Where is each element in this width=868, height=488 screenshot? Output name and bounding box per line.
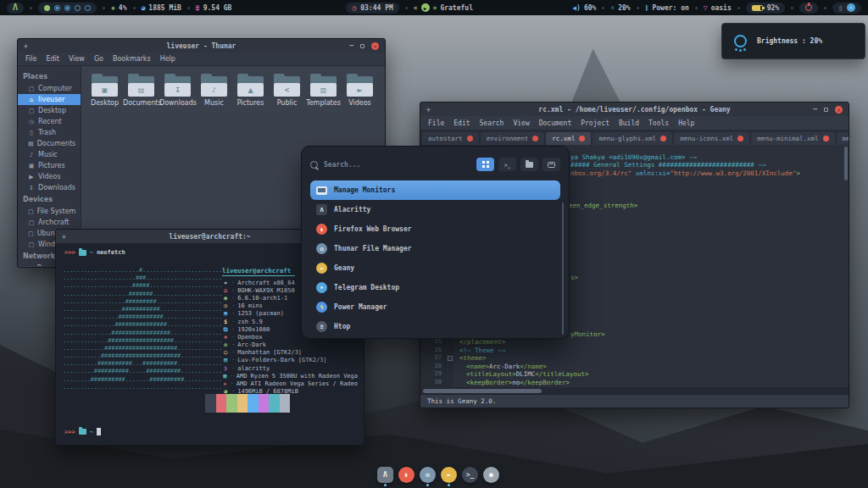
close-icon[interactable] — [660, 136, 666, 141]
media-next-icon[interactable]: » — [433, 4, 437, 12]
workspace-dot-2[interactable] — [54, 5, 60, 11]
brightness-indicator[interactable]: ☼ 20% — [610, 4, 630, 12]
media-play-icon[interactable]: ▶ — [421, 3, 430, 12]
thunar-titlebar[interactable]: + liveuser - Thunar – ✕ — [18, 39, 385, 53]
sidebar-item-filesystem[interactable]: ▢File System — [18, 206, 81, 217]
mode-run[interactable]: >_ — [498, 158, 516, 171]
sidebar-item-recent[interactable]: ◷Recent — [18, 116, 81, 127]
folder-public[interactable]: <Public — [269, 76, 305, 107]
folder-desktop[interactable]: ▣Desktop — [86, 76, 123, 107]
menu-file[interactable]: File — [424, 118, 448, 129]
sidebar-item-archcraft[interactable]: ▢Archcraft — [18, 217, 81, 228]
clipboard-icon[interactable]: ▯ — [838, 4, 843, 12]
menu-file[interactable]: File — [21, 53, 41, 64]
tab-menu-minimal[interactable]: menu-minimal.xml — [751, 132, 834, 145]
minimize-icon[interactable]: – — [349, 43, 353, 48]
power-button[interactable] — [799, 3, 818, 14]
workspace-dot-1[interactable] — [44, 5, 50, 11]
folder-templates[interactable]: ▥Templates — [305, 76, 342, 107]
dock-item-firefox[interactable]: ◗ — [398, 467, 415, 486]
list-item-power-manager[interactable]: ϟ Power Manager — [310, 297, 560, 317]
sidebar-item-videos[interactable]: ▶Videos — [18, 171, 81, 182]
tab-rc-xml[interactable]: rc.xml — [546, 132, 591, 145]
list-item-geany[interactable]: ✒ Geany — [310, 258, 560, 278]
menu-go[interactable]: Go — [90, 53, 108, 64]
fold-icon[interactable]: – — [448, 356, 453, 361]
close-icon[interactable] — [467, 136, 473, 141]
workspace-dot-4[interactable] — [75, 5, 81, 11]
launcher-button[interactable]: Λ — [7, 3, 24, 14]
maximize-icon[interactable] — [824, 108, 828, 112]
list-item-telegram[interactable]: ➤ Telegram Desktop — [310, 278, 560, 297]
tab-environment[interactable]: environment — [481, 132, 545, 145]
geany-titlebar[interactable]: + rc.xml - /home/liveuser/.config/openbo… — [420, 103, 849, 116]
mode-apps[interactable] — [476, 158, 494, 171]
close-icon[interactable] — [823, 136, 829, 141]
sidebar-item-downloads[interactable]: ↧Downloads — [18, 182, 81, 193]
workspace-dot-3[interactable] — [64, 5, 70, 11]
tab-menu-icons[interactable]: menu-icons.xml — [674, 132, 749, 145]
mode-windows[interactable] — [542, 158, 560, 171]
sidebar-item-documents[interactable]: ▤Documents — [18, 138, 81, 149]
omnipresent-icon[interactable]: + — [426, 106, 431, 114]
dock-item-terminal[interactable]: >_ — [461, 467, 479, 486]
vertical-scrollbar[interactable] — [844, 147, 848, 180]
sidebar-item-desktop[interactable]: ▢Desktop — [18, 105, 81, 116]
folder-documents[interactable]: ▤Documents — [123, 76, 159, 107]
list-item-manage-monitors[interactable]: Manage Monitors — [310, 180, 560, 200]
battery-indicator[interactable]: 92% — [746, 3, 785, 14]
clock[interactable]: ◷ 03:44 PM — [346, 3, 398, 14]
bluetooth-indicator[interactable]: ᛒ Power: on — [645, 4, 689, 12]
network-indicator[interactable]: ▽ oasis — [704, 4, 732, 12]
menu-tools[interactable]: Tools — [644, 118, 673, 129]
brightness-notification[interactable]: Brightness : 20% — [721, 23, 865, 59]
menu-edit[interactable]: Edit — [42, 53, 64, 64]
close-icon[interactable]: ✕ — [835, 106, 843, 114]
close-icon[interactable] — [532, 136, 538, 141]
dock-item-settings[interactable]: ● — [482, 467, 500, 486]
telegram-tray-icon[interactable]: ➤ — [847, 3, 855, 12]
menu-document[interactable]: Document — [535, 118, 576, 129]
tab-autostart[interactable]: autostart — [422, 132, 479, 145]
folder-videos[interactable]: ►Videos — [342, 76, 378, 107]
dock-item-alacritty[interactable]: Λ — [376, 467, 394, 486]
menu-help[interactable]: Help — [156, 53, 180, 64]
omnipresent-icon[interactable]: + — [24, 42, 28, 50]
volume-indicator[interactable]: ◀) 60% — [572, 4, 596, 12]
close-icon[interactable]: ✕ — [371, 42, 379, 50]
close-icon[interactable] — [579, 136, 585, 141]
menu-edit[interactable]: Edit — [449, 118, 474, 129]
search-bar[interactable]: >_ — [310, 155, 560, 174]
menu-build[interactable]: Build — [615, 118, 643, 129]
omnipresent-icon[interactable]: + — [62, 233, 66, 241]
sidebar-item-trash[interactable]: ▯Trash — [18, 127, 81, 138]
maximize-icon[interactable] — [360, 44, 364, 48]
folder-pictures[interactable]: ▲Pictures — [232, 76, 269, 107]
list-item-thunar[interactable]: ◎ Thunar File Manager — [310, 239, 560, 258]
folder-music[interactable]: ♪Music — [196, 76, 232, 107]
list-item-htop[interactable]: ≡ Htop — [310, 317, 560, 336]
menu-view[interactable]: View — [64, 53, 89, 64]
menu-view[interactable]: View — [509, 118, 533, 129]
minimize-icon[interactable]: – — [813, 107, 817, 112]
workspace-switcher[interactable] — [38, 3, 97, 14]
sidebar-item-pictures[interactable]: ▣Pictures — [18, 160, 81, 171]
horizontal-scrollbar[interactable] — [420, 387, 849, 394]
media-previous-icon[interactable]: « — [414, 4, 418, 12]
sidebar-item-music[interactable]: ♪Music — [18, 149, 81, 160]
folder-downloads[interactable]: ↧Downloads — [159, 76, 196, 107]
menu-project[interactable]: Project — [576, 118, 614, 129]
menu-bookmarks[interactable]: Bookmarks — [108, 53, 155, 64]
mode-files[interactable] — [520, 158, 538, 171]
sidebar-item-liveuser[interactable]: ⌂liveuser — [18, 94, 81, 105]
dock-item-thunar[interactable]: ◎ — [419, 467, 437, 486]
menu-search[interactable]: Search — [476, 118, 509, 129]
sidebar-item-computer[interactable]: ▢Computer — [18, 83, 81, 94]
list-item-alacritty[interactable]: Λ Alacritty — [310, 200, 560, 219]
search-input[interactable] — [324, 161, 470, 169]
workspace-dot-5[interactable] — [85, 5, 91, 11]
tab-menu-simple[interactable]: menu-simple.xml — [837, 132, 849, 145]
tab-menu-glyphs[interactable]: menu-glyphs.xml — [593, 132, 672, 145]
close-icon[interactable] — [737, 136, 743, 141]
menu-help[interactable]: Help — [674, 118, 698, 129]
